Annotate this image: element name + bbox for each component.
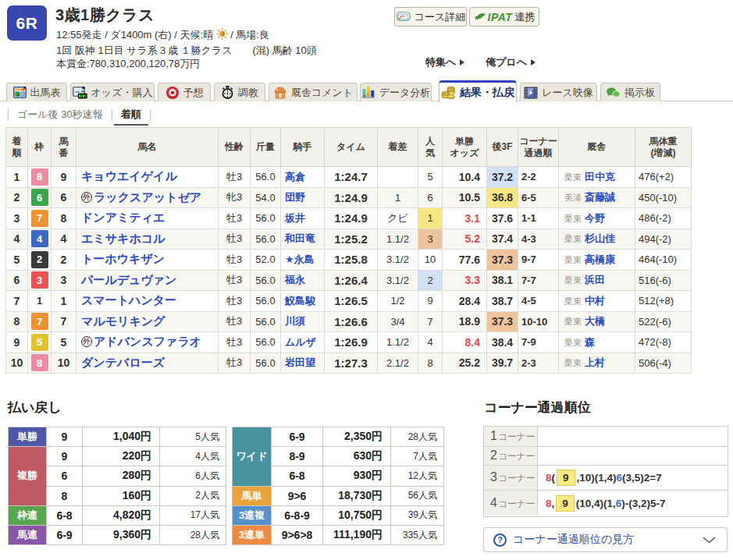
popularity: 2: [418, 270, 443, 291]
corner-value: [538, 427, 728, 447]
jockey-link[interactable]: ★永島: [285, 253, 315, 265]
jockey-link[interactable]: 鮫島駿: [285, 295, 315, 307]
ipat-link-button[interactable]: IPAT連携: [469, 7, 539, 27]
race-info: 12:55発走 / ダ1400m (右) / 天候:晴 / 馬場:良 1回 阪神…: [56, 28, 317, 71]
corner-help-box[interactable]: ? コーナー通過順位の見方: [483, 527, 728, 552]
carried-weight: 56.0: [251, 167, 281, 188]
trainer-link[interactable]: 今野: [585, 212, 605, 224]
trainer-link[interactable]: 田中克: [585, 171, 615, 183]
stable-cell: 栗東高橋康: [559, 250, 635, 271]
carried-weight: 56.0: [251, 353, 281, 374]
tab-forecast[interactable]: 予想: [158, 83, 211, 101]
course-detail-button[interactable]: コース詳細: [394, 7, 467, 27]
trainer-link[interactable]: 斎藤誠: [585, 191, 615, 203]
separator: [8, 109, 9, 121]
horse-name-link[interactable]: ドンアミティエ: [81, 211, 165, 224]
tab-results-payout[interactable]: 結果・払戻: [439, 80, 517, 102]
table-row: 4 4 4 エミサキホコル 牡3 56.0 和田竜 1:25.2 1.1/2 3…: [6, 229, 692, 250]
frame-cell: 8: [28, 353, 52, 374]
jockey-link[interactable]: 岩田望: [285, 356, 315, 368]
tab-stable-comments[interactable]: 厩舎コメント: [269, 83, 358, 101]
horse-name-link[interactable]: トーホウキザン: [81, 252, 165, 265]
horse-number: 10: [52, 353, 77, 374]
stable-icon: [273, 87, 287, 99]
tab-data-analysis[interactable]: データ分析: [360, 83, 432, 101]
trainer-link[interactable]: 浜田: [585, 274, 605, 285]
jockey-link[interactable]: 川須: [285, 315, 305, 327]
win-odds: 25.2: [443, 353, 487, 374]
popularity: 6: [418, 187, 443, 208]
course-icon: [396, 11, 411, 23]
table-row: 10 8 10 ダンテバローズ 牡3 56.0 岩田望 1:27.3 2.1/2…: [6, 353, 692, 374]
horse-name-link[interactable]: アドバンスファラオ: [94, 335, 201, 348]
finish-position: 2: [6, 187, 28, 208]
popularity: 4: [418, 332, 443, 353]
horse-name-link[interactable]: マルモリキング: [81, 314, 165, 328]
horse-name-link[interactable]: エミサキホコル: [81, 232, 165, 245]
horse-number: 9: [52, 167, 77, 188]
race-time: 1:24.9: [325, 208, 378, 229]
payout-popularity: 56人気: [391, 486, 444, 505]
last-3f: 37.4: [487, 229, 518, 250]
tab-bbs[interactable]: 掲示板: [600, 83, 660, 101]
horse-number: 8: [52, 208, 77, 229]
margin: 1/2: [378, 291, 418, 312]
corner-value: 8(9,10)(1,4)6(3,5)2=7: [538, 466, 728, 491]
col-header-name: 馬名: [77, 128, 219, 167]
payout-amount: 1,040円: [83, 427, 160, 447]
horse-name-link[interactable]: キョウエイゲイル: [81, 169, 177, 183]
tab-race-video[interactable]: レース映像: [520, 83, 597, 101]
foreign-horse-mark: 外: [81, 192, 92, 203]
jockey-link[interactable]: 和田竜: [285, 232, 315, 244]
subtab-flash-report[interactable]: ゴール後 30秒速報: [10, 108, 110, 124]
horse-number: 1: [52, 291, 77, 312]
horse-name-cell: パールデュヴァン: [77, 270, 219, 291]
trainer-link[interactable]: 大橋: [585, 315, 605, 327]
corner-seg: (10,4)(1,: [576, 498, 616, 509]
payout-amount: 630円: [323, 447, 391, 466]
corner-row: 4コーナー 8,9(10,4)(1,6)-(3,2)5-7: [484, 491, 728, 517]
horse-name-link[interactable]: パールデュヴァン: [81, 273, 176, 286]
col-header-sexage: 性齢: [219, 128, 251, 167]
sex-age: 牡3: [219, 332, 251, 353]
trainer-link[interactable]: 中村: [585, 295, 605, 307]
horse-name-link[interactable]: ラックスアットゼア: [94, 190, 201, 204]
finish-position: 6: [6, 270, 28, 291]
trainer-link[interactable]: 上村: [585, 356, 605, 368]
payout-combination: 6: [47, 466, 83, 486]
payout-row: 単勝 9 1,040円 5人気: [9, 427, 226, 447]
subtab-finish-order[interactable]: 着順: [114, 108, 148, 126]
sex-age: 牡3: [219, 229, 251, 250]
payout-amount: 18,730円: [323, 486, 391, 505]
special-link[interactable]: 特集へ: [425, 55, 464, 69]
horse-name-cell: マルモリキング: [77, 311, 219, 332]
race-time: 1:25.2: [325, 229, 378, 250]
arrow-right-icon: [531, 59, 536, 66]
tab-racecard[interactable]: 出馬表: [6, 83, 67, 101]
finish-position: 4: [6, 229, 28, 250]
trainer-link[interactable]: 杉山佳: [585, 232, 615, 244]
jockey-link[interactable]: ムルザ: [285, 336, 316, 348]
orepro-link[interactable]: 俺プロへ: [486, 55, 536, 69]
tab-training[interactable]: 調教: [214, 83, 265, 101]
trainer-link[interactable]: 森: [585, 336, 595, 348]
horse-number: 6: [52, 187, 77, 208]
table-row: 6 3 3 パールデュヴァン 牡3 56.0 福永 1:26.4 3.1/2 2…: [6, 270, 692, 291]
finish-position: 8: [6, 311, 28, 332]
jockey-link[interactable]: 団野: [285, 191, 305, 203]
tab-odds-purchase[interactable]: オッズ・購入: [70, 83, 155, 101]
horse-name-link[interactable]: ダンテバローズ: [81, 356, 165, 369]
jockey-link[interactable]: 高倉: [285, 171, 305, 183]
stable-region: 美浦: [564, 193, 582, 202]
jockey-link[interactable]: 福永: [285, 274, 305, 285]
payout-table-left: 単勝 9 1,040円 5人気 複勝 9 220円 4人気 6 280円 6人気…: [8, 427, 226, 545]
horse-name-link[interactable]: スマートハンター: [81, 293, 176, 307]
payout-combination: 6-9: [272, 427, 323, 447]
race-time: 1:27.3: [325, 353, 378, 374]
payout-row: 複勝 9 220円 4人気: [9, 447, 226, 466]
stable-region: 栗東: [564, 275, 582, 285]
trainer-link[interactable]: 高橋康: [585, 253, 615, 265]
jockey-link[interactable]: 坂井: [285, 212, 305, 224]
horse-weight: 450(-10): [635, 187, 692, 208]
col-header-stable: 厩舎: [559, 128, 635, 167]
